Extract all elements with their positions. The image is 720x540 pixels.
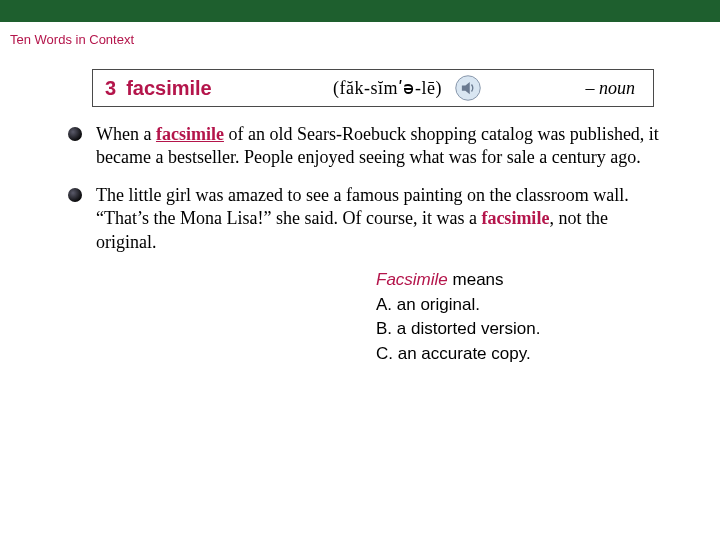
section-title: Ten Words in Context — [0, 22, 720, 47]
question-prompt: Facsimile means — [376, 268, 720, 293]
examples-container: When a facsimile of an old Sears-Roebuck… — [68, 123, 664, 254]
highlight-term: facsimile — [156, 124, 224, 144]
vocab-word-box: 3 facsimile (făk-sĭmʹə-lē) – noun — [92, 69, 654, 107]
part-of-speech: – noun — [586, 78, 636, 99]
word-box-left: 3 facsimile — [105, 77, 212, 100]
question-term: Facsimile — [376, 270, 448, 289]
option-b[interactable]: B. a distorted version. — [376, 317, 720, 342]
question-block: Facsimile means A. an original. B. a dis… — [376, 268, 720, 367]
word-term: facsimile — [126, 77, 212, 100]
pronunciation-block: (făk-sĭmʹə-lē) — [333, 74, 482, 102]
question-prompt-text: means — [448, 270, 504, 289]
example-item: When a facsimile of an old Sears-Roebuck… — [68, 123, 664, 170]
text-pre: When a — [96, 124, 156, 144]
speaker-icon[interactable] — [454, 74, 482, 102]
example-text: When a facsimile of an old Sears-Roebuck… — [96, 123, 664, 170]
example-text: The little girl was amazed to see a famo… — [96, 184, 664, 254]
highlight-term: facsimile — [481, 208, 549, 228]
pronunciation-text: (făk-sĭmʹə-lē) — [333, 77, 442, 99]
option-a[interactable]: A. an original. — [376, 293, 720, 318]
word-number: 3 — [105, 77, 116, 100]
example-item: The little girl was amazed to see a famo… — [68, 184, 664, 254]
bullet-icon — [68, 188, 82, 202]
bullet-icon — [68, 127, 82, 141]
option-c[interactable]: C. an accurate copy. — [376, 342, 720, 367]
header-accent-bar — [0, 0, 720, 22]
